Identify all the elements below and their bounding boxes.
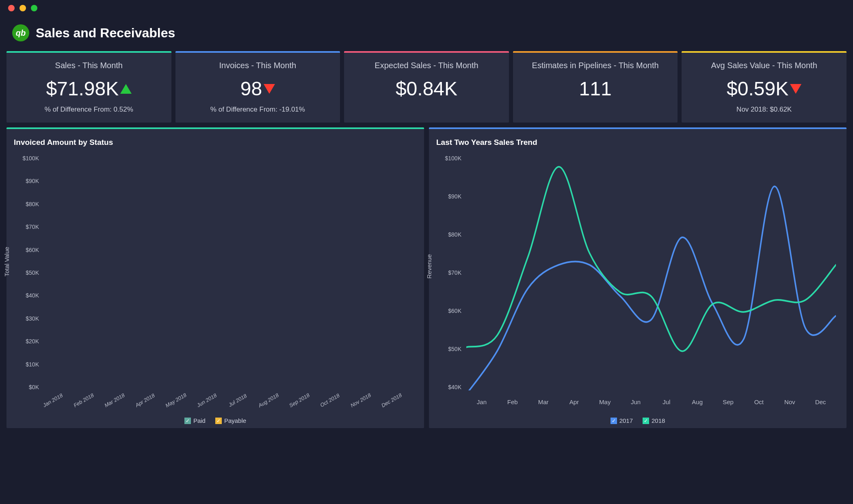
kpi-card: Avg Sales Value - This Month$0.59KNov 20… <box>682 51 847 123</box>
kpi-subtext: Nov 2018: $0.62K <box>688 106 840 114</box>
y-axis: $100K$90K$80K$70K$60K$50K$40K <box>436 155 465 390</box>
x-tick: May <box>589 398 620 408</box>
y-tick: $80K <box>448 231 465 238</box>
bar[interactable] <box>202 155 225 390</box>
x-tick: Oct <box>743 398 774 408</box>
page-title: Sales and Receivables <box>36 26 175 41</box>
x-tick: Dec <box>805 398 836 408</box>
close-icon[interactable] <box>8 5 15 11</box>
legend-swatch-2018-icon: ✓ <box>643 418 649 424</box>
x-tick: Jun <box>620 398 651 408</box>
x-tick: Nov <box>774 398 805 408</box>
kpi-label: Avg Sales Value - This Month <box>688 61 840 70</box>
y-tick: $40K <box>26 292 42 299</box>
y-tick: $90K <box>448 193 465 200</box>
chart-panel-invoiced: Invoiced Amount by Status Total Value $1… <box>6 127 424 428</box>
trend-down-icon <box>790 84 801 94</box>
y-tick: $90K <box>26 178 42 184</box>
bar[interactable] <box>48 155 70 390</box>
legend-swatch-2017-icon: ✓ <box>611 418 617 424</box>
x-axis: Jan 2018Feb 2018Mar 2018Apr 2018May 2018… <box>44 392 414 415</box>
bar[interactable] <box>233 155 255 390</box>
legend-item-2017[interactable]: ✓ 2017 <box>611 417 633 424</box>
bar-plot <box>44 155 414 390</box>
x-tick: Aug <box>682 398 713 408</box>
kpi-label: Expected Sales - This Month <box>351 61 502 70</box>
y-tick: $80K <box>26 201 42 207</box>
kpi-card: Estimates in Pipelines - This Month111 <box>513 51 678 123</box>
chart-panel-trend: Last Two Years Sales Trend Revenue $100K… <box>429 127 847 428</box>
kpi-label: Estimates in Pipelines - This Month <box>520 61 671 70</box>
line-series-2018[interactable] <box>466 167 836 351</box>
bar[interactable] <box>78 155 101 390</box>
x-axis: JanFebMarAprMayJunJulAugSepOctNovDec <box>466 398 836 408</box>
window-chrome <box>0 0 853 16</box>
bar[interactable] <box>326 155 348 390</box>
legend-swatch-payable-icon: ✓ <box>215 418 222 424</box>
kpi-value: $0.84K <box>396 78 457 100</box>
trend-down-icon <box>264 84 275 94</box>
y-tick: $70K <box>448 269 465 276</box>
y-tick: $70K <box>26 224 42 230</box>
legend-label: 2017 <box>619 417 633 424</box>
kpi-card: Expected Sales - This Month$0.84K <box>344 51 509 123</box>
x-tick: Mar <box>528 398 559 408</box>
bar[interactable] <box>388 155 410 390</box>
y-tick: $60K <box>26 247 42 253</box>
kpi-row: Sales - This Month$71.98K% of Difference… <box>0 51 853 123</box>
chart-title: Last Two Years Sales Trend <box>436 138 839 147</box>
x-tick: Apr <box>559 398 589 408</box>
bar[interactable] <box>264 155 286 390</box>
legend-item-2018[interactable]: ✓ 2018 <box>643 417 665 424</box>
x-tick: Jul <box>651 398 682 408</box>
legend-swatch-paid-icon: ✓ <box>184 418 191 424</box>
y-axis: $100K$90K$80K$70K$60K$50K$40K$30K$20K$10… <box>14 155 42 390</box>
y-tick: $50K <box>26 269 42 276</box>
x-tick: Sep <box>713 398 744 408</box>
kpi-value: $0.59K <box>727 78 788 100</box>
legend: ✓ 2017 ✓ 2018 <box>436 415 839 424</box>
kpi-label: Invoices - This Month <box>182 61 334 70</box>
x-tick: Feb <box>497 398 528 408</box>
kpi-value: 111 <box>579 78 612 100</box>
legend-label: 2018 <box>652 417 665 424</box>
maximize-icon[interactable] <box>31 5 37 11</box>
bar[interactable] <box>109 155 132 390</box>
line-plot <box>466 155 836 390</box>
bar[interactable] <box>171 155 193 390</box>
quickbooks-logo-icon: qb <box>12 24 29 41</box>
kpi-subtext: % of Difference From: -19.01% <box>182 106 334 114</box>
bar[interactable] <box>295 155 317 390</box>
kpi-card: Invoices - This Month98% of Difference F… <box>175 51 340 123</box>
y-tick: $10K <box>26 361 42 368</box>
kpi-value: $71.98K <box>46 78 119 100</box>
kpi-value: 98 <box>240 78 262 100</box>
minimize-icon[interactable] <box>19 5 26 11</box>
kpi-label: Sales - This Month <box>13 61 165 70</box>
bar[interactable] <box>357 155 379 390</box>
y-tick: $0K <box>29 384 42 390</box>
y-tick: $50K <box>448 346 465 352</box>
y-tick: $40K <box>448 384 465 390</box>
x-tick: Jan <box>466 398 497 408</box>
page-header: qb Sales and Receivables <box>0 16 853 51</box>
y-tick: $100K <box>445 155 465 162</box>
kpi-card: Sales - This Month$71.98K% of Difference… <box>6 51 171 123</box>
bar[interactable] <box>140 155 162 390</box>
y-tick: $20K <box>26 338 42 345</box>
y-tick: $30K <box>26 315 42 322</box>
y-axis-label: Total Value <box>3 247 10 276</box>
y-tick: $100K <box>23 155 42 162</box>
y-axis-label: Revenue <box>426 254 433 278</box>
kpi-subtext: % of Difference From: 0.52% <box>13 106 165 114</box>
line-series-2017[interactable] <box>466 186 836 390</box>
trend-up-icon <box>120 84 132 94</box>
y-tick: $60K <box>448 308 465 314</box>
chart-title: Invoiced Amount by Status <box>14 138 417 147</box>
